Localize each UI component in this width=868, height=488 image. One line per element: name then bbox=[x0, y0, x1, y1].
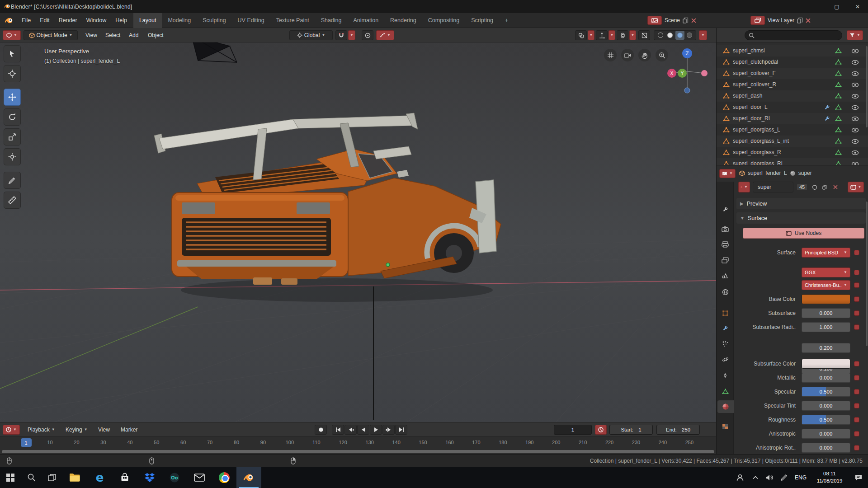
gizmos-toggle-dropdown[interactable]: ▼ bbox=[609, 30, 615, 40]
menu-render[interactable]: Render bbox=[54, 13, 82, 28]
timeline-menu-keying[interactable]: Keying▼ bbox=[61, 425, 92, 435]
visibility-eye-icon[interactable] bbox=[851, 127, 859, 133]
outliner-item-superl-chmsl[interactable]: superl_chmsl bbox=[717, 45, 868, 56]
tool-cursor[interactable] bbox=[4, 65, 21, 82]
auto-keyframe-clock-icon[interactable] bbox=[595, 425, 607, 435]
wireframe-shading-icon[interactable] bbox=[656, 31, 665, 40]
property-dropdown-ggx[interactable]: GGX▼ bbox=[802, 267, 850, 277]
mesh-data-icon[interactable] bbox=[835, 127, 842, 133]
outliner-item-superl-door-rl[interactable]: superl_door_RL bbox=[717, 113, 868, 124]
animate-decorator-icon[interactable] bbox=[854, 282, 859, 288]
visibility-eye-icon[interactable] bbox=[851, 161, 859, 165]
viewport-menu-view[interactable]: View bbox=[81, 30, 101, 40]
properties-tab-texture[interactable] bbox=[718, 420, 732, 433]
object-type-visibility-dropdown[interactable]: ▼ bbox=[588, 30, 594, 40]
workspace-tab-rendering[interactable]: Rendering bbox=[384, 13, 422, 28]
transform-orientation[interactable]: Global▼ bbox=[289, 30, 333, 40]
property-color-swatch[interactable] bbox=[802, 294, 850, 304]
property-slider[interactable]: 0.000 bbox=[802, 401, 850, 411]
animate-decorator-icon[interactable] bbox=[854, 296, 859, 302]
xray-toggle-icon[interactable] bbox=[638, 30, 650, 40]
snap-options-dropdown[interactable]: ▼ bbox=[348, 30, 355, 40]
view-layer-copy-icon[interactable] bbox=[797, 17, 803, 23]
mesh-data-icon[interactable] bbox=[835, 47, 842, 54]
pen-icon[interactable] bbox=[777, 467, 791, 488]
view-layer-browse-icon[interactable] bbox=[750, 16, 765, 25]
minimize-button[interactable]: ─ bbox=[806, 0, 826, 13]
properties-tab-output[interactable] bbox=[718, 238, 732, 251]
start-button[interactable] bbox=[0, 467, 21, 488]
outliner-item-superl-doorglass-l-int[interactable]: superl_doorglass_L_int bbox=[717, 136, 868, 147]
menu-help[interactable]: Help bbox=[111, 13, 132, 28]
outliner-item-superl-door-l[interactable]: superl_door_L bbox=[717, 102, 868, 113]
transport-record-button[interactable] bbox=[315, 425, 327, 435]
transport-jump-start-button[interactable] bbox=[332, 425, 344, 435]
task-view-icon[interactable] bbox=[42, 467, 62, 488]
add-workspace-button[interactable]: + bbox=[499, 13, 514, 28]
property-vector-slider-0[interactable]: 1.000 bbox=[802, 322, 850, 332]
animate-decorator-icon[interactable] bbox=[854, 445, 859, 450]
solid-shading-icon[interactable] bbox=[666, 31, 675, 40]
animate-decorator-icon[interactable] bbox=[854, 403, 859, 408]
visibility-eye-icon[interactable] bbox=[851, 71, 859, 76]
outliner-search-input[interactable] bbox=[745, 30, 842, 40]
camera-object[interactable] bbox=[192, 42, 237, 62]
properties-tab-object[interactable] bbox=[718, 307, 732, 319]
property-color-swatch[interactable] bbox=[802, 359, 850, 369]
chevron-up-icon[interactable] bbox=[749, 467, 762, 488]
animate-decorator-icon[interactable] bbox=[854, 270, 859, 275]
properties-tab-scene[interactable] bbox=[718, 269, 732, 282]
mesh-data-icon[interactable] bbox=[835, 138, 842, 144]
animate-decorator-icon[interactable] bbox=[854, 375, 859, 380]
tool-annotate[interactable] bbox=[4, 172, 21, 189]
scene-copy-icon[interactable] bbox=[683, 17, 689, 23]
3d-viewport[interactable]: User Perspective (1) Collection | superl… bbox=[0, 42, 716, 422]
property-slider[interactable]: 0.000 bbox=[802, 373, 850, 383]
gizmos-toggle-icon[interactable] bbox=[596, 30, 608, 40]
workspace-tab-scripting[interactable]: Scripting bbox=[465, 13, 499, 28]
language-indicator[interactable]: ENG bbox=[791, 467, 810, 488]
timeline-editor-type-selector[interactable]: ▼ bbox=[3, 425, 20, 435]
properties-tab-object-data[interactable] bbox=[718, 385, 732, 398]
animate-decorator-icon[interactable] bbox=[854, 431, 859, 436]
nav-pan-icon[interactable] bbox=[638, 49, 651, 61]
property-slider[interactable]: 0.500 bbox=[802, 387, 850, 397]
workspace-tab-shading[interactable]: Shading bbox=[315, 13, 348, 28]
property-dropdown-christensen-bu[interactable]: Christensen-Bu..▼ bbox=[802, 280, 850, 290]
properties-tab-material[interactable] bbox=[717, 400, 734, 413]
tool-move[interactable] bbox=[4, 89, 21, 106]
tool-rotate[interactable] bbox=[4, 108, 21, 126]
outliner-scrollbar[interactable] bbox=[866, 46, 868, 127]
property-slider[interactable]: 0.000 bbox=[802, 308, 850, 318]
car-model[interactable] bbox=[154, 113, 501, 285]
workspace-tab-animation[interactable]: Animation bbox=[348, 13, 385, 28]
workspace-tab-layout[interactable]: Layout bbox=[133, 13, 162, 28]
viewport-menu-object[interactable]: Object bbox=[144, 30, 168, 40]
timeline-menu-view[interactable]: View bbox=[94, 425, 114, 435]
scene-name[interactable]: Scene bbox=[665, 17, 680, 23]
mesh-data-icon[interactable] bbox=[835, 149, 842, 155]
view-layer-name[interactable]: View Layer bbox=[768, 17, 794, 23]
scene-browse-icon[interactable] bbox=[647, 16, 662, 25]
close-button[interactable]: ✕ bbox=[847, 0, 868, 13]
mesh-data-icon[interactable] bbox=[835, 104, 842, 110]
timeline-menu-marker[interactable]: Marker bbox=[117, 425, 142, 435]
workspace-tab-compositing[interactable]: Compositing bbox=[422, 13, 465, 28]
nav-camera-icon[interactable] bbox=[621, 49, 634, 61]
properties-editor-type-icon[interactable]: ▼ bbox=[719, 169, 736, 178]
workspace-tab-uv-editing[interactable]: UV Editing bbox=[232, 13, 270, 28]
outliner-item-superl-clutchpedal[interactable]: superl_clutchpedal bbox=[717, 56, 868, 68]
menu-window[interactable]: Window bbox=[82, 13, 111, 28]
timeline-ruler[interactable]: 1102030405060708090100110120130140150160… bbox=[0, 436, 716, 449]
properties-tab-modifiers[interactable] bbox=[718, 322, 732, 334]
transport-play-reverse-button[interactable] bbox=[357, 425, 369, 435]
workspace-tab-modeling[interactable]: Modeling bbox=[162, 13, 197, 28]
nav-grid-icon[interactable] bbox=[604, 49, 617, 61]
object-type-visibility-icon[interactable] bbox=[575, 30, 587, 40]
outliner-item-superl-dash[interactable]: superl_dash bbox=[717, 90, 868, 102]
animate-decorator-icon[interactable] bbox=[854, 310, 859, 316]
volume-icon[interactable] bbox=[762, 467, 777, 488]
visibility-eye-icon[interactable] bbox=[851, 139, 859, 144]
taskbar-app-mail[interactable] bbox=[187, 467, 212, 488]
mesh-data-icon[interactable] bbox=[835, 81, 842, 88]
